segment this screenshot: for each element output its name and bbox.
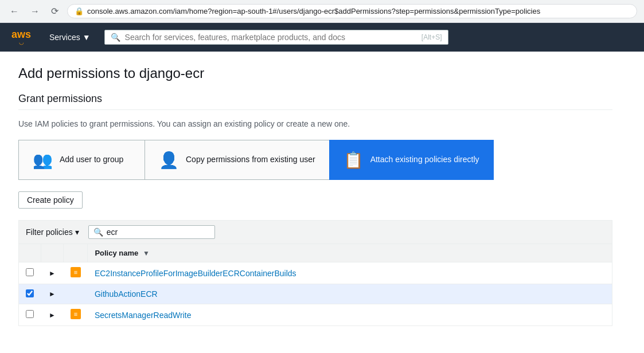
global-search-bar: 🔍 [Alt+S] <box>104 30 448 45</box>
row1-checkbox[interactable] <box>26 268 34 276</box>
row2-expand-cell: ► <box>41 284 64 304</box>
row3-expand-button[interactable]: ► <box>48 310 57 320</box>
row1-icon-cell <box>64 262 88 284</box>
aws-logo-smile: ◡ <box>19 40 24 45</box>
table-header-expand <box>41 244 64 262</box>
search-shortcut: [Alt+S] <box>421 33 442 41</box>
add-to-group-label: Add user to group <box>60 154 123 166</box>
row2-checkbox[interactable] <box>26 289 34 297</box>
policy-search-wrap: 🔍 <box>88 225 215 239</box>
row3-policy-link[interactable]: SecretsManagerReadWrite <box>95 311 192 320</box>
reload-button[interactable]: ⟳ <box>48 5 61 18</box>
row2-policy-name-cell: GithubActionECR <box>88 284 612 304</box>
row2-policy-link[interactable]: GithubActionECR <box>95 289 158 299</box>
url-bar: 🔒 console.aws.amazon.com/iam/home?region… <box>67 4 637 18</box>
table-header-policy-name[interactable]: Policy name ▼ <box>88 244 612 262</box>
search-icon: 🔍 <box>111 33 120 42</box>
forward-button[interactable]: → <box>28 5 42 18</box>
attach-policies-icon: 📋 <box>344 151 364 170</box>
copy-permissions-icon: 👤 <box>159 151 179 170</box>
browser-bar: ← → ⟳ 🔒 console.aws.amazon.com/iam/home?… <box>0 0 644 23</box>
add-to-group-card[interactable]: 👥 Add user to group <box>18 140 145 180</box>
page-content: Add permissions to django-ecr Grant perm… <box>0 52 631 340</box>
aws-logo-text: aws <box>11 29 31 40</box>
url-text: console.aws.amazon.com/iam/home?region=a… <box>87 7 540 15</box>
policy-table: Policy name ▼ ► EC2InstanceProfileForIma… <box>18 244 612 326</box>
lock-icon: 🔒 <box>75 7 84 15</box>
table-row: ► EC2InstanceProfileForImageBuilderECRCo… <box>19 262 612 284</box>
row1-checkbox-cell <box>19 262 41 284</box>
row1-policy-name-cell: EC2InstanceProfileForImageBuilderECRCont… <box>88 262 612 284</box>
filter-policies-label: Filter policies <box>26 228 73 237</box>
row3-checkbox[interactable] <box>26 310 34 318</box>
back-button[interactable]: ← <box>7 5 22 18</box>
section-divider <box>18 109 612 110</box>
table-row: ► SecretsManagerReadWrite <box>19 304 612 326</box>
copy-permissions-label: Copy permissions from existing user <box>186 154 315 166</box>
sort-icon: ▼ <box>143 249 150 257</box>
services-label: Services <box>49 33 80 42</box>
aws-logo: aws ◡ <box>9 27 33 48</box>
row3-expand-cell: ► <box>41 304 64 326</box>
table-row: ► GithubActionECR <box>19 284 612 304</box>
filter-arrow-icon: ▾ <box>75 228 79 237</box>
global-search-input[interactable] <box>125 33 417 42</box>
row3-icon-cell <box>64 304 88 326</box>
row3-policy-name-cell: SecretsManagerReadWrite <box>88 304 612 326</box>
row1-expand-cell: ► <box>41 262 64 284</box>
row3-policy-icon <box>71 309 81 319</box>
row2-icon-cell <box>64 284 88 304</box>
services-menu-button[interactable]: Services ▼ <box>45 30 95 44</box>
copy-permissions-card[interactable]: 👤 Copy permissions from existing user <box>145 140 329 180</box>
create-policy-button[interactable]: Create policy <box>18 191 83 209</box>
row1-policy-link[interactable]: EC2InstanceProfileForImageBuilderECRCont… <box>95 269 296 278</box>
row2-checkbox-cell <box>19 284 41 304</box>
row3-checkbox-cell <box>19 304 41 326</box>
table-header-checkbox <box>19 244 41 262</box>
policy-search-icon: 🔍 <box>93 228 103 237</box>
attach-policies-card[interactable]: 📋 Attach existing policies directly <box>329 140 494 180</box>
policy-search-input[interactable] <box>107 228 210 237</box>
aws-navbar: aws ◡ Services ▼ 🔍 [Alt+S] <box>0 23 644 52</box>
policy-name-label: Policy name <box>95 249 138 257</box>
services-arrow-icon: ▼ <box>83 33 91 42</box>
filter-row: Filter policies ▾ 🔍 <box>18 220 612 244</box>
add-to-group-icon: 👥 <box>33 151 53 170</box>
page-title: Add permissions to django-ecr <box>18 65 612 81</box>
row1-policy-icon <box>71 267 81 277</box>
grant-permissions-title: Grant permissions <box>18 93 612 105</box>
permission-options: 👥 Add user to group 👤 Copy permissions f… <box>18 140 612 180</box>
attach-policies-label: Attach existing policies directly <box>370 154 479 166</box>
row2-expand-button[interactable]: ► <box>48 289 57 299</box>
filter-policies-button[interactable]: Filter policies ▾ <box>26 228 79 237</box>
row1-expand-button[interactable]: ► <box>48 268 57 279</box>
section-description: Use IAM policies to grant permissions. Y… <box>18 119 612 128</box>
table-header-icon <box>64 244 88 262</box>
